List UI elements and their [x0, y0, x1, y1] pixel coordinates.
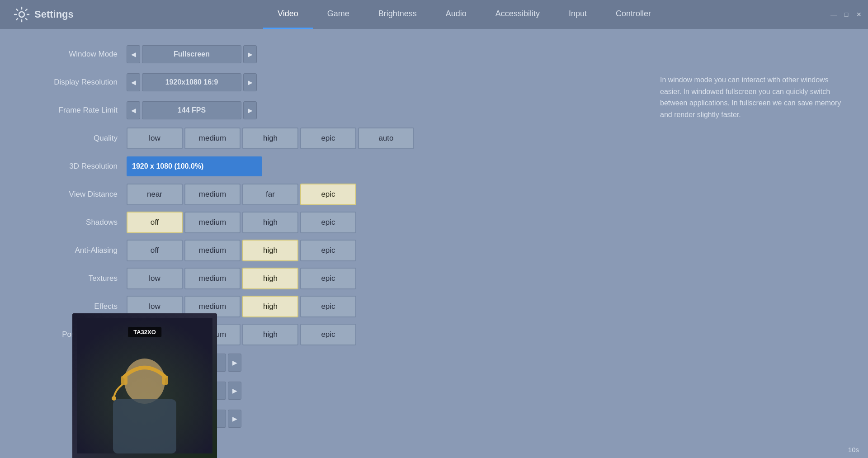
tab-audio[interactable]: Audio — [431, 0, 481, 29]
header: Settings Video Game Brightness Audio Acc… — [0, 0, 868, 29]
shadows-row: Shadows off medium high epic — [18, 211, 452, 234]
window-mode-prev[interactable]: ◀ — [127, 45, 140, 63]
aa-high[interactable]: high — [242, 240, 298, 261]
frame-rate-value: 144 FPS — [142, 101, 241, 119]
shadows-label: Shadows — [18, 218, 127, 227]
shadows-epic[interactable]: epic — [300, 212, 356, 233]
view-distance-medium[interactable]: medium — [184, 184, 241, 205]
view-distance-row: View Distance near medium far epic — [18, 183, 452, 206]
quality-buttons: low medium high epic auto — [127, 127, 414, 149]
quality-epic[interactable]: epic — [300, 127, 356, 149]
window-mode-next[interactable]: ▶ — [243, 45, 257, 63]
view-distance-label: View Distance — [18, 190, 127, 199]
window-mode-row: Window Mode ◀ Fullscreen ▶ — [18, 42, 452, 66]
window-mode-value: Fullscreen — [142, 45, 241, 63]
frame-rate-label: Frame Rate Limit — [18, 106, 127, 115]
textures-buttons: low medium high epic — [127, 268, 356, 289]
display-resolution-next[interactable]: ▶ — [243, 73, 257, 91]
webcam-feed: TA32XO — [72, 313, 217, 458]
svg-point-2 — [124, 359, 165, 404]
textures-high[interactable]: high — [242, 268, 298, 289]
tab-brightness[interactable]: Brightness — [364, 0, 431, 29]
effects-label: Effects — [18, 302, 127, 311]
view-distance-near[interactable]: near — [127, 184, 183, 205]
shadows-medium[interactable]: medium — [184, 212, 241, 233]
frame-rate-next[interactable]: ▶ — [243, 101, 257, 119]
person-silhouette — [77, 318, 212, 453]
tab-controller[interactable]: Controller — [601, 0, 665, 29]
aa-epic[interactable]: epic — [300, 240, 356, 261]
tab-video[interactable]: Video — [263, 0, 313, 29]
view-distance-epic[interactable]: epic — [300, 184, 356, 205]
textures-label: Textures — [18, 274, 127, 283]
textures-medium[interactable]: medium — [184, 268, 241, 289]
effects-epic[interactable]: epic — [300, 296, 356, 317]
textures-epic[interactable]: epic — [300, 268, 356, 289]
nav-tabs: Video Game Brightness Audio Accessibilit… — [99, 0, 829, 29]
display-resolution-control: ◀ 1920x1080 16:9 ▶ — [127, 73, 257, 91]
webcam-overlay: TA32XO — [72, 313, 217, 458]
logo-area: Settings — [0, 6, 99, 23]
anti-aliasing-buttons: off medium high epic — [127, 240, 356, 261]
shadows-high[interactable]: high — [242, 212, 298, 233]
svg-rect-4 — [121, 376, 127, 385]
svg-rect-5 — [162, 376, 168, 385]
quality-low[interactable]: low — [127, 127, 183, 149]
tab-input[interactable]: Input — [554, 0, 601, 29]
frame-rate-prev[interactable]: ◀ — [127, 101, 140, 119]
resolution-3d-row: 3D Resolution 1920 x 1080 (100.0%) — [18, 155, 452, 178]
frame-rate-control: ◀ 144 FPS ▶ — [127, 101, 257, 119]
textures-row: Textures low medium high epic — [18, 267, 452, 290]
close-button[interactable]: ✕ — [854, 10, 863, 19]
display-resolution-row: Display Resolution ◀ 1920x1080 16:9 ▶ — [18, 71, 452, 94]
display-resolution-label: Display Resolution — [18, 78, 127, 87]
stream-badge: TA32XO — [128, 327, 161, 337]
anti-aliasing-row: Anti-Aliasing off medium high epic — [18, 239, 452, 262]
titlebar-buttons: — □ ✕ — [829, 10, 863, 19]
quality-high[interactable]: high — [242, 127, 298, 149]
maximize-button[interactable]: □ — [842, 10, 851, 19]
quality-medium[interactable]: medium — [184, 127, 241, 149]
app-title: Settings — [34, 9, 74, 20]
display-resolution-value: 1920x1080 16:9 — [142, 73, 241, 91]
timestamp: 10s — [848, 446, 859, 453]
quality-row: Quality low medium high epic auto — [18, 127, 452, 150]
display-resolution-prev[interactable]: ◀ — [127, 73, 140, 91]
resolution-3d-value[interactable]: 1920 x 1080 (100.0%) — [127, 156, 262, 176]
window-mode-control: ◀ Fullscreen ▶ — [127, 45, 257, 63]
tab-accessibility[interactable]: Accessibility — [481, 0, 554, 29]
quality-auto[interactable]: auto — [358, 127, 414, 149]
aa-medium[interactable]: medium — [184, 240, 241, 261]
motion-blur-next[interactable]: ▶ — [228, 382, 241, 400]
svg-point-6 — [112, 396, 116, 401]
svg-rect-3 — [113, 399, 176, 453]
pp-high[interactable]: high — [242, 324, 298, 345]
quality-label: Quality — [18, 134, 127, 143]
tab-game[interactable]: Game — [313, 0, 364, 29]
aa-off[interactable]: off — [127, 240, 183, 261]
resolution-3d-label: 3D Resolution — [18, 162, 127, 171]
minimize-button[interactable]: — — [829, 10, 838, 19]
view-distance-buttons: near medium far epic — [127, 184, 356, 205]
show-fps-next[interactable]: ▶ — [228, 410, 241, 428]
window-mode-label: Window Mode — [18, 50, 127, 59]
pp-epic[interactable]: epic — [300, 324, 356, 345]
shadows-off[interactable]: off — [127, 212, 183, 233]
info-panel: In window mode you can interact with oth… — [660, 74, 850, 120]
svg-point-0 — [19, 12, 24, 17]
anti-aliasing-label: Anti-Aliasing — [18, 246, 127, 255]
gear-icon — [14, 6, 30, 23]
view-distance-far[interactable]: far — [242, 184, 298, 205]
frame-rate-row: Frame Rate Limit ◀ 144 FPS ▶ — [18, 99, 452, 122]
info-text: In window mode you can interact with oth… — [660, 74, 850, 120]
vsync-next[interactable]: ▶ — [228, 354, 241, 372]
effects-high[interactable]: high — [242, 296, 298, 317]
textures-low[interactable]: low — [127, 268, 183, 289]
shadows-buttons: off medium high epic — [127, 212, 356, 233]
